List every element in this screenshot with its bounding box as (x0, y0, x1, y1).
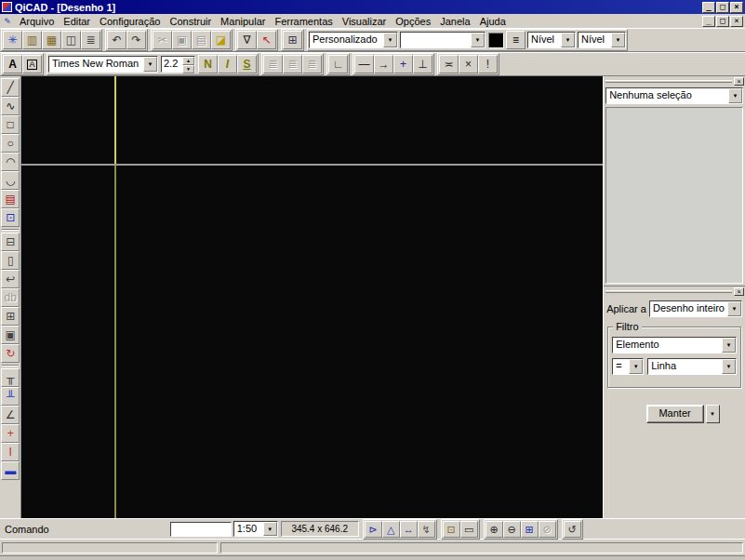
text-size-stepper[interactable]: 2.2 ▲ ▼ (161, 56, 195, 73)
text-tool-icon[interactable]: ▤ (1, 190, 20, 208)
save-icon[interactable]: ▦ (42, 31, 61, 49)
align-left-icon[interactable]: ≣ (263, 55, 283, 73)
restore-button[interactable]: □ (716, 2, 729, 13)
close-icon[interactable]: × (734, 77, 744, 86)
rotate-tool-icon[interactable]: ↻ (1, 344, 20, 363)
offset-tool-icon[interactable]: ↩ (1, 270, 20, 288)
level-combo-1[interactable]: Nível ▼ (527, 32, 576, 48)
erase-icon[interactable]: ◪ (211, 31, 231, 49)
chevron-down-icon[interactable]: ▼ (727, 301, 741, 316)
select-special-icon[interactable]: ↖ (257, 31, 276, 49)
document-icon[interactable]: ✎ (2, 16, 13, 27)
filter-icon[interactable]: ∇ (237, 31, 257, 49)
operator-combo[interactable]: = ▼ (612, 358, 644, 375)
dim-marker-tool-icon[interactable]: + (1, 424, 20, 443)
block-insert-tool-icon[interactable]: ⊡ (1, 208, 20, 227)
paste-icon[interactable]: ▤ (192, 31, 211, 49)
chevron-down-icon[interactable]: ▼ (728, 88, 742, 103)
arrow-style-icon[interactable]: → (374, 55, 393, 73)
dim-horizontal-tool-icon[interactable]: ╥ (1, 368, 20, 387)
drawing-canvas[interactable] (21, 76, 603, 518)
snap-angle-icon[interactable]: △ (382, 521, 400, 538)
cut-icon[interactable]: ✂ (153, 31, 172, 49)
snap-nearest-icon[interactable]: ⊳ (365, 521, 382, 538)
menu-editar[interactable]: Editar (59, 15, 95, 28)
new-drawing-icon[interactable]: ✳ (3, 31, 22, 49)
chevron-down-icon[interactable]: ▼ (143, 57, 157, 72)
duplicate-tool-icon[interactable]: ▣ (1, 326, 20, 344)
menu-construir[interactable]: Construir (165, 15, 216, 28)
leader-tool-icon[interactable]: ▬ (1, 461, 20, 480)
underline-icon[interactable]: S (237, 55, 257, 73)
zoom-out-icon[interactable]: ⊖ (503, 521, 521, 538)
spin-down-icon[interactable]: ▼ (182, 65, 194, 73)
style-combo[interactable]: Personalizado ▼ (309, 32, 398, 48)
dim-level-tool-icon[interactable]: I (1, 443, 20, 461)
menu-ajuda[interactable]: Ajuda (475, 15, 511, 28)
arc-tool-icon[interactable]: ◠ (1, 153, 20, 171)
chevron-down-icon[interactable]: ▼ (263, 522, 277, 536)
menu-configuracao[interactable]: Configuração (95, 15, 165, 28)
align-center-icon[interactable]: ≣ (283, 55, 302, 73)
copy-icon[interactable]: ▣ (172, 31, 192, 49)
panel-grip[interactable] (605, 290, 732, 293)
line-tool-icon[interactable]: ╱ (1, 78, 20, 97)
chevron-down-icon[interactable]: ▼ (561, 33, 575, 47)
bold-icon[interactable]: N (198, 55, 218, 73)
menu-ferramentas[interactable]: Ferramentas (270, 15, 337, 28)
properties-icon[interactable]: ⊞ (283, 31, 302, 49)
selection-combo[interactable]: Nenhuma seleção ▼ (605, 87, 743, 104)
polyline-tool-icon[interactable]: ∿ (1, 97, 20, 115)
view-region-icon[interactable]: ⊡ (443, 521, 460, 538)
close-button[interactable]: × (730, 2, 743, 13)
curve-tool-icon[interactable]: ◡ (1, 171, 20, 190)
trim-tool-icon[interactable]: ⊟ (1, 233, 20, 251)
chevron-down-icon[interactable]: ▼ (471, 33, 485, 47)
undo-icon[interactable]: ↶ (107, 31, 126, 49)
cross-marker-icon[interactable]: + (393, 55, 413, 73)
linestyle-combo[interactable]: ▼ (400, 32, 486, 48)
segment-marks-icon[interactable]: ≍ (439, 55, 459, 73)
text-style-icon[interactable]: A (22, 55, 42, 73)
cross-icon[interactable]: × (459, 55, 478, 73)
dim-angle-tool-icon[interactable]: ∠ (1, 406, 20, 424)
keep-button[interactable]: Manter (646, 405, 704, 423)
chevron-down-icon[interactable]: ▼ (611, 33, 625, 47)
element-combo[interactable]: Elemento ▼ (612, 337, 737, 353)
align-right-icon[interactable]: ≣ (302, 55, 322, 73)
spin-up-icon[interactable]: ▲ (182, 57, 194, 65)
menu-visualizar[interactable]: Visualizar (338, 15, 392, 28)
zoom-in-icon[interactable]: ⊕ (486, 521, 503, 538)
redo-icon[interactable]: ↷ (126, 31, 146, 49)
italic-icon[interactable]: I (218, 55, 237, 73)
chevron-down-icon[interactable]: ▼ (629, 359, 643, 374)
view-window-icon[interactable]: ▭ (460, 521, 478, 538)
command-input[interactable] (170, 522, 232, 537)
layers-icon[interactable]: ≡ (506, 31, 525, 49)
circle-tool-icon[interactable]: ○ (1, 134, 20, 153)
close-icon[interactable]: × (734, 287, 744, 296)
chevron-down-icon[interactable]: ▼ (722, 359, 736, 374)
text-baseline-icon[interactable]: ∟ (328, 55, 348, 73)
snap-tools-icon[interactable]: ↯ (418, 521, 435, 538)
menu-janela[interactable]: Janela (435, 15, 474, 28)
copy-tool-icon[interactable]: ⊞ (1, 307, 20, 326)
print-icon[interactable]: ≣ (81, 31, 100, 49)
print-preview-icon[interactable]: ◫ (61, 31, 81, 49)
keep-more-button[interactable]: ▼ (706, 405, 720, 423)
open-drawing-icon[interactable]: ▥ (22, 31, 42, 49)
level-combo-2[interactable]: Nível ▼ (578, 32, 626, 48)
child-minimize-button[interactable]: _ (702, 16, 715, 27)
type-combo[interactable]: Linha ▼ (647, 358, 737, 375)
panel-grip[interactable] (605, 80, 732, 83)
redraw-icon[interactable]: ↺ (564, 521, 581, 538)
color-swatch[interactable] (488, 33, 504, 48)
minimize-button[interactable]: _ (702, 2, 715, 13)
line-style-icon[interactable]: — (354, 55, 374, 73)
font-combo[interactable]: Times New Roman ▼ (48, 56, 158, 73)
snap-distance-icon[interactable]: ↔ (400, 521, 418, 538)
parallel-copy-tool-icon[interactable]: db (1, 288, 20, 307)
exclamation-icon[interactable]: ! (478, 55, 498, 73)
menu-opcoes[interactable]: Opções (391, 15, 435, 28)
rectangle-tool-icon[interactable]: □ (1, 115, 20, 134)
